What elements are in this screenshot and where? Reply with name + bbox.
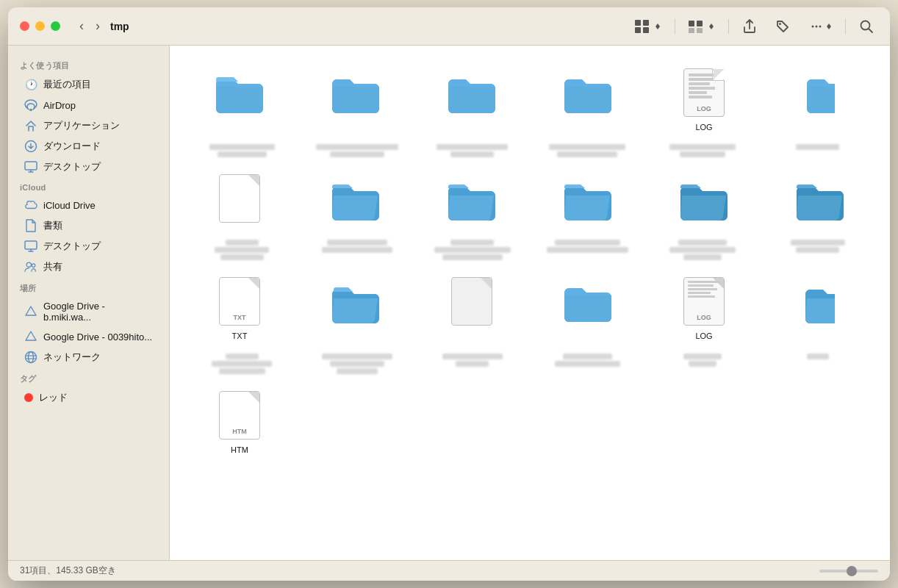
log-file2-icon: LOG [678, 275, 730, 328]
svg-point-12 [861, 21, 870, 29]
divider1 [675, 19, 675, 34]
view-options-button[interactable] [684, 17, 719, 36]
file-item[interactable] [765, 60, 875, 125]
status-text: 31項目、145.33 GB空き [20, 564, 116, 577]
view-icon-grid[interactable] [631, 17, 666, 36]
zoom-slider[interactable] [819, 570, 878, 573]
file-label: TXT [232, 331, 248, 341]
svg-point-8 [779, 23, 781, 25]
sidebar-item-shared[interactable]: 共有 [12, 257, 165, 277]
svg-point-20 [26, 352, 37, 363]
slider-track[interactable] [819, 570, 878, 573]
close-button[interactable] [20, 21, 29, 31]
airdrop-icon [24, 98, 37, 112]
file-item[interactable] [417, 60, 527, 128]
folder-open-icon [794, 172, 847, 225]
file-item[interactable] [301, 60, 411, 128]
back-button[interactable]: ‹ [75, 17, 88, 35]
file-item[interactable]: LOG LOG [649, 60, 759, 138]
file-item[interactable] [533, 60, 643, 128]
sidebar-item-recents[interactable]: 🕐 最近の項目 [12, 74, 165, 95]
icloud-header: iCloud [8, 177, 169, 195]
sidebar-item-downloads[interactable]: ダウンロード [12, 136, 165, 157]
slider-thumb[interactable] [847, 566, 857, 576]
file-area[interactable]: LOG LOG [170, 46, 890, 560]
file-item[interactable] [184, 60, 295, 128]
tag-red-label: レッド [39, 391, 68, 404]
search-button[interactable] [855, 16, 878, 37]
favorites-header: よく使う項目 [8, 54, 169, 74]
documents-icon [24, 219, 37, 232]
documents-label: 書類 [43, 219, 62, 232]
file-item[interactable] [417, 166, 527, 234]
txt-file-icon: TXT [213, 275, 266, 328]
folder-open-icon [561, 172, 614, 225]
file-item[interactable]: HTM HTM [184, 383, 295, 461]
file-item[interactable] [533, 166, 643, 234]
file-item[interactable] [649, 166, 759, 234]
file-item[interactable] [765, 269, 875, 334]
minimize-button[interactable] [35, 21, 45, 31]
sidebar-item-network[interactable]: ネットワーク [12, 347, 165, 368]
sidebar-item-airdrop[interactable]: AirDrop [12, 95, 165, 115]
svg-rect-0 [635, 20, 641, 26]
divider2 [728, 19, 729, 34]
sidebar-item-gdrive1[interactable]: Google Drive - b.miki.wa... [12, 297, 165, 326]
forward-button[interactable]: › [91, 17, 104, 35]
desktop2-icon [24, 240, 37, 253]
icloud-drive-label: iCloud Drive [43, 200, 96, 211]
gdrive1-label: Google Drive - b.miki.wa... [43, 301, 153, 323]
folder-icon [445, 66, 498, 119]
title-bar: ‹ › tmp [8, 7, 890, 46]
sidebar-item-desktop2[interactable]: デスクトップ [12, 236, 165, 257]
svg-rect-7 [697, 28, 703, 33]
desktop2-label: デスクトップ [43, 240, 101, 253]
sidebar-item-gdrive2[interactable]: Google Drive - 0039hito... [12, 326, 165, 347]
sidebar-item-desktop[interactable]: デスクトップ [12, 157, 165, 177]
downloads-label: ダウンロード [43, 140, 101, 153]
recents-icon: 🕐 [24, 78, 37, 91]
folder-icon [561, 275, 614, 328]
sidebar-item-applications[interactable]: アプリケーション [12, 115, 165, 136]
sidebar-item-tag-red[interactable]: レッド [12, 387, 165, 408]
file-item-empty [301, 383, 411, 395]
svg-point-9 [812, 25, 814, 27]
file-label: HTM [231, 445, 248, 455]
sidebar: よく使う項目 🕐 最近の項目 AirDrop [8, 46, 170, 560]
file-item[interactable] [184, 166, 295, 234]
maximize-button[interactable] [51, 21, 60, 31]
toolbar [631, 15, 878, 37]
svg-rect-17 [25, 241, 37, 249]
more-button[interactable] [804, 15, 836, 37]
file-item-empty [765, 383, 875, 395]
folder-open-icon [445, 172, 498, 225]
sidebar-item-documents[interactable]: 書類 [12, 215, 165, 236]
sidebar-item-icloud-drive[interactable]: iCloud Drive [12, 195, 165, 215]
file-label: LOG [695, 331, 712, 341]
blurred-labels-row3 [184, 354, 875, 377]
file-grid: LOG LOG [184, 60, 875, 461]
folder-icon [329, 66, 382, 119]
file-item[interactable] [301, 269, 411, 337]
file-item[interactable] [417, 269, 527, 337]
tag-button[interactable] [770, 15, 795, 37]
folder-partial-icon [794, 275, 847, 328]
svg-rect-4 [689, 21, 694, 26]
svg-rect-2 [635, 27, 641, 33]
svg-rect-6 [689, 28, 694, 33]
divider3 [845, 19, 846, 34]
folder-open-icon [329, 172, 382, 225]
desktop-icon [24, 160, 37, 173]
applications-label: アプリケーション [43, 119, 120, 132]
blurred-labels-row1 [184, 144, 875, 160]
file-item[interactable]: LOG LOG [649, 269, 759, 347]
main-content: よく使う項目 🕐 最近の項目 AirDrop [8, 46, 890, 560]
share-button[interactable] [738, 15, 761, 37]
applications-icon [24, 119, 37, 132]
file-item[interactable]: TXT TXT [184, 269, 295, 347]
file-item[interactable] [533, 269, 643, 337]
gdrive2-icon [24, 330, 37, 343]
file-item[interactable] [765, 166, 875, 234]
file-item[interactable] [301, 166, 411, 234]
locations-header: 場所 [8, 277, 169, 297]
